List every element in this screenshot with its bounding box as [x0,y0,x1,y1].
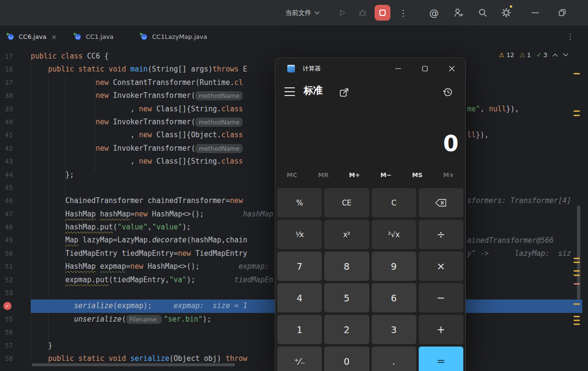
calc-key-five[interactable]: 5 [324,283,369,312]
warning-stripe-mark[interactable] [574,110,580,112]
calc-key-clear[interactable]: C [372,188,416,217]
window-restore-icon[interactable] [558,8,567,17]
passed-count[interactable]: ✓3 [536,51,547,59]
warning-stripe-mark[interactable] [574,323,580,325]
code-fragment: sformers: Transformer[4] [467,194,571,207]
tab-cc1lazymap[interactable]: CC1LazyMap.java [133,25,220,48]
memory-clear-button: MC [276,169,307,180]
settings-notification-badge [509,4,513,9]
calc-key-equals[interactable]: = [419,347,463,371]
run-icon[interactable] [338,8,347,17]
line-number: 43 [5,155,26,168]
line-number: 51 [5,260,26,273]
line-number: 45 [5,181,26,194]
memory-store-button[interactable]: MS [401,169,433,180]
line-number: 50 [5,247,26,260]
calc-key-zero[interactable]: 0 [324,347,369,371]
calc-key-six[interactable]: 6 [372,283,416,312]
menu-icon[interactable] [284,87,295,96]
tab-cc1[interactable]: CC1.java [67,25,125,48]
warning-stripe-mark[interactable] [574,320,580,321]
weak-warning-icon: ⚠ [519,51,525,59]
calc-key-decimal[interactable]: . [372,347,416,371]
line-number: 38 [5,89,26,102]
vertical-scrollbar[interactable] [577,205,580,299]
code-fragment: y" -> lazyMap: siz [467,247,571,260]
run-configuration-selector[interactable]: 当前文件 [285,0,319,25]
search-icon[interactable] [477,7,488,18]
add-user-icon[interactable] [453,7,464,19]
line-number: 49 [5,234,26,247]
calc-key-percent[interactable]: % [277,188,322,217]
calc-key-seven[interactable]: 7 [277,251,322,281]
more-actions-icon[interactable]: ⋮ [399,0,407,25]
breakpoint-icon[interactable]: ✓ [3,302,12,310]
calc-key-clear-entry[interactable]: CE [324,188,369,217]
tab-label: CC1.java [86,33,114,40]
warning-stripe-mark[interactable] [574,115,580,116]
calculator-titlebar[interactable]: 计算器 [275,58,465,79]
line-number: 18 [5,63,26,76]
tab-label: CC6.java [19,33,47,40]
inspections-widget[interactable]: ⚠12 ⚠1 ✓3 [499,51,568,59]
memory-add-button[interactable]: M+ [339,169,370,180]
warning-stripe-mark[interactable] [574,270,580,272]
calc-key-one[interactable]: 1 [277,315,322,344]
calc-key-negate[interactable]: ⁺⁄₋ [277,347,322,371]
calc-key-eight[interactable]: 8 [324,251,369,281]
calc-key-two[interactable]: 2 [324,315,369,344]
horizontal-scrollbar[interactable] [32,363,235,366]
parameter-hint: methodName [195,118,243,127]
java-class-icon [74,33,82,41]
tab-list-icon[interactable]: ⋮ [566,25,574,48]
check-icon: ✓ [536,51,541,59]
weak-warnings-count[interactable]: ⚠1 [519,51,531,59]
stop-icon [379,10,386,16]
settings-gear-icon[interactable] [501,7,512,18]
calculator-minimize-button[interactable] [385,58,412,79]
parameter-hint: methodName [195,91,243,100]
tab-cc6[interactable]: CC6.java × [0,25,66,48]
calc-key-square[interactable]: x² [324,220,369,249]
run-configuration-label: 当前文件 [285,9,311,17]
maximize-icon [422,66,428,72]
stop-button[interactable] [375,5,390,21]
calculator-window: 计算器 标准 0 MCMRM+M−MSM∨ %CEC¹⁄xx²²√x÷789×4… [275,58,466,371]
debug-icon[interactable] [357,7,368,18]
keep-on-top-icon[interactable] [339,87,350,98]
warning-stripe-mark[interactable] [574,303,580,305]
calc-key-reciprocal[interactable]: ¹⁄x [277,220,322,249]
warning-stripe-mark[interactable] [574,73,580,74]
calc-key-divide[interactable]: ÷ [419,220,463,249]
warning-stripe-mark[interactable] [574,316,580,317]
calc-key-nine[interactable]: 9 [372,251,416,281]
warning-stripe-mark[interactable] [574,275,580,276]
line-number: 56 [5,326,26,339]
screen: 当前文件 ⋮ @ CC6.java × CC1.java CC1LazyMap.… [0,0,588,371]
history-icon[interactable] [442,86,454,98]
editor-tabbar: CC6.java × CC1.java CC1LazyMap.java ⋮ [0,25,588,48]
calc-key-square-root[interactable]: ²√x [372,220,416,249]
calculator-app-icon [287,65,295,72]
warning-stripe-mark[interactable] [574,258,580,259]
next-problem-icon[interactable] [563,53,568,57]
line-number: 40 [5,116,26,129]
calc-key-three[interactable]: 3 [372,315,416,344]
line-number: 39 [5,103,26,116]
tab-close-icon[interactable]: × [51,33,57,41]
calc-key-add[interactable]: + [419,315,463,344]
warning-stripe-mark[interactable] [574,262,580,263]
calc-key-subtract[interactable]: − [419,283,463,312]
calc-key-four[interactable]: 4 [277,283,322,312]
warnings-count[interactable]: ⚠12 [499,51,514,59]
error-stripe-mark[interactable] [574,283,580,285]
calculator-maximize-button[interactable] [412,58,438,79]
calc-key-multiply[interactable]: × [419,251,463,281]
prev-problem-icon[interactable] [553,53,558,57]
backspace-icon [435,199,447,207]
calculator-close-button[interactable] [438,58,465,79]
ai-assistant-icon[interactable]: @ [429,0,439,25]
window-minimize-icon[interactable] [531,12,539,13]
calc-key-backspace[interactable] [419,188,463,217]
memory-subtract-button[interactable]: M− [370,169,401,180]
